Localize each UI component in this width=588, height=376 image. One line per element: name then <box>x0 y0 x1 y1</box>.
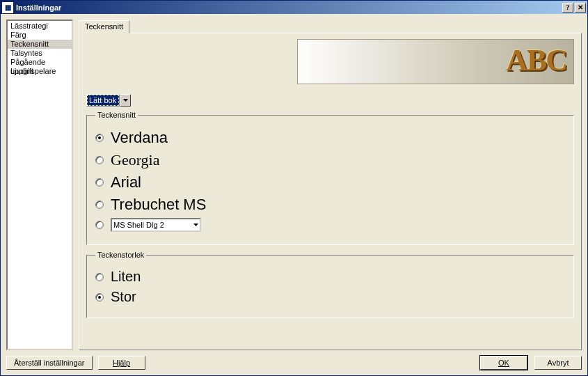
cancel-button[interactable]: Avbryt <box>534 356 582 370</box>
mode-select[interactable]: Lätt bok <box>86 94 120 107</box>
font-label-verdana: Verdana <box>111 129 168 147</box>
mode-select-dropdown[interactable] <box>120 94 131 107</box>
window-body: Lässtrategi Färg Teckensnitt Talsyntes P… <box>1 14 587 375</box>
radio-liten[interactable] <box>95 273 104 281</box>
radio-verdana[interactable] <box>95 134 104 142</box>
app-icon: ▦ <box>2 2 13 13</box>
titlebar: ▦ Inställningar ? ✕ <box>1 1 587 14</box>
custom-font-value: MS Shell Dlg 2 <box>113 221 164 229</box>
size-label-liten: Liten <box>111 269 141 285</box>
abc-graphic: ABC <box>506 42 566 78</box>
window-title: Inställningar <box>16 3 562 12</box>
sidebar-item-talsyntes[interactable]: Talsyntes <box>8 49 72 58</box>
sidebar-item-farg[interactable]: Färg <box>8 31 72 40</box>
font-label-trebuchet: Trebuchet MS <box>111 196 206 214</box>
radio-trebuchet[interactable] <box>95 201 104 209</box>
sidebar-item-teckensnitt[interactable]: Teckensnitt <box>8 40 72 49</box>
font-label-arial: Arial <box>111 173 141 191</box>
radio-stor[interactable] <box>95 293 104 301</box>
tab-panel: ABC Lätt bok Teckensnitt Verdana <box>79 33 582 350</box>
radio-georgia[interactable] <box>95 156 104 164</box>
radio-arial[interactable] <box>95 178 104 187</box>
sidebar-item-pagaende[interactable]: Pågående uppgift <box>8 58 72 67</box>
banner-image: ABC <box>297 39 574 84</box>
size-label-stor: Stor <box>111 289 136 305</box>
button-row: Återställ inställningar Hjälp OK Avbryt <box>6 350 582 370</box>
font-label-georgia: Georgia <box>111 151 159 169</box>
close-button[interactable]: ✕ <box>575 3 586 13</box>
sidebar: Lässtrategi Färg Teckensnitt Talsyntes P… <box>6 19 73 350</box>
font-group: Teckensnitt Verdana Georgia Arial <box>86 111 574 245</box>
reset-button[interactable]: Återställ inställningar <box>6 356 93 370</box>
svg-marker-0 <box>123 99 128 102</box>
custom-font-select[interactable]: MS Shell Dlg 2 <box>111 218 201 232</box>
help-button-bottom[interactable]: Hjälp <box>98 356 145 370</box>
size-group-legend: Teckenstorlek <box>95 251 146 259</box>
tab-teckensnitt[interactable]: Teckensnitt <box>79 20 129 33</box>
radio-custom-font[interactable] <box>95 221 104 229</box>
help-button[interactable]: ? <box>562 3 573 13</box>
ok-button[interactable]: OK <box>480 356 527 370</box>
chevron-down-icon <box>193 224 198 226</box>
sidebar-item-lasstrategi[interactable]: Lässtrategi <box>8 22 72 31</box>
right-pane: Teckensnitt ABC Lätt bok Teckensnitt <box>79 19 582 350</box>
svg-marker-1 <box>193 224 198 226</box>
font-group-legend: Teckensnitt <box>95 111 138 119</box>
chevron-down-icon <box>123 99 128 102</box>
settings-window: ▦ Inställningar ? ✕ Lässtrategi Färg Tec… <box>0 0 588 376</box>
size-group: Teckenstorlek Liten Stor <box>86 251 574 318</box>
sidebar-item-ljudinspelare[interactable]: Ljudinspelare <box>8 67 72 76</box>
